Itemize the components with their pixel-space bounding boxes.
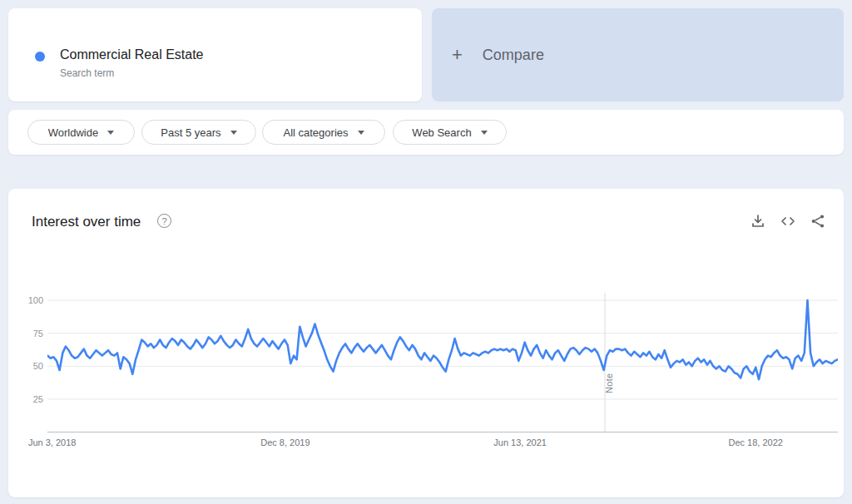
trend-line-chart (47, 293, 838, 432)
y-tick-label: 50 (8, 361, 43, 371)
help-icon[interactable]: ? (157, 214, 171, 228)
x-tick-label: Dec 18, 2022 (728, 437, 782, 447)
search-term-title: Commercial Real Estate (60, 47, 204, 62)
y-tick-label: 25 (8, 394, 43, 404)
chevron-down-icon (107, 131, 114, 135)
chart-title: Interest over time (32, 214, 141, 230)
compare-label: Compare (483, 47, 544, 64)
time-filter-label: Past 5 years (161, 126, 220, 139)
download-icon[interactable] (750, 214, 765, 229)
x-tick-label: Dec 8, 2019 (260, 437, 310, 447)
share-icon[interactable] (810, 214, 825, 229)
chevron-down-icon (230, 131, 237, 135)
geo-filter-dropdown[interactable]: Worldwide (27, 120, 135, 145)
note-annotation[interactable]: Note (604, 352, 614, 393)
interest-over-time-card: Interest over time ? 100755025 Note Jun … (8, 189, 844, 497)
filter-bar: Worldwide Past 5 years All categories We… (8, 110, 844, 155)
category-filter-dropdown[interactable]: All categories (262, 120, 385, 145)
chart-actions (750, 214, 825, 229)
x-tick-label: Jun 13, 2021 (493, 437, 547, 447)
geo-filter-label: Worldwide (48, 126, 98, 139)
trend-line-plot[interactable] (47, 293, 838, 432)
y-axis-labels: 100755025 (8, 189, 43, 438)
chevron-down-icon (481, 131, 488, 135)
compare-card[interactable]: + Compare (432, 8, 844, 101)
category-filter-label: All categories (283, 126, 348, 139)
embed-icon[interactable] (780, 214, 796, 229)
search-type-filter-label: Web Search (412, 126, 471, 139)
search-type-filter-dropdown[interactable]: Web Search (393, 120, 507, 145)
series-color-dot (35, 52, 45, 62)
x-axis-labels: Jun 3, 2018Dec 8, 2019Jun 13, 2021Dec 18… (47, 437, 838, 451)
plus-icon: + (452, 46, 463, 64)
chevron-down-icon (358, 131, 364, 135)
time-filter-dropdown[interactable]: Past 5 years (141, 120, 256, 145)
y-tick-label: 100 (8, 295, 43, 305)
compare-row: + Compare (452, 8, 544, 101)
search-term-subtitle: Search term (60, 67, 114, 79)
search-term-card[interactable]: Commercial Real Estate Search term (8, 8, 422, 101)
y-tick-label: 75 (8, 329, 43, 338)
x-tick-label: Jun 3, 2018 (28, 437, 77, 447)
